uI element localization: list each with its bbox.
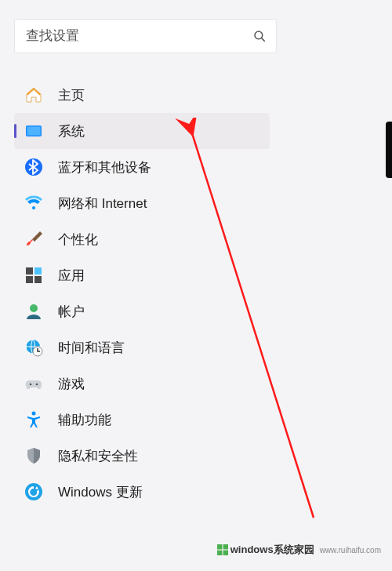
sidebar-label-accounts: 帐户 [58,303,85,321]
svg-point-9 [30,304,38,312]
svg-rect-19 [217,551,222,555]
brush-icon [24,229,44,249]
sidebar-item-accessibility[interactable]: 辅助功能 [14,402,270,438]
svg-point-0 [255,31,263,39]
bluetooth-icon [24,157,44,177]
gamepad-icon [24,373,44,394]
sidebar-item-bluetooth[interactable]: 蓝牙和其他设备 [14,149,270,185]
display-icon [24,121,44,141]
right-edge-notch [386,122,392,178]
sidebar-label-update: Windows 更新 [58,483,143,501]
shield-icon [24,446,44,466]
svg-rect-20 [223,551,227,555]
svg-rect-6 [34,267,42,275]
sidebar-label-home: 主页 [58,86,85,104]
sidebar-item-system[interactable]: 系统 [14,113,270,149]
svg-line-1 [262,38,265,42]
svg-point-12 [30,384,32,386]
svg-rect-5 [26,267,33,275]
svg-rect-3 [27,127,41,136]
sidebar-item-apps[interactable]: 应用 [14,257,270,293]
home-icon [24,85,44,105]
windows-logo-icon [217,544,228,555]
sidebar-label-gaming: 游戏 [58,375,85,393]
watermark-brand: windows系统家园 [230,543,314,557]
sidebar-item-gaming[interactable]: 游戏 [14,366,270,402]
update-icon [24,482,44,502]
svg-rect-8 [34,276,42,283]
sidebar-label-bluetooth: 蓝牙和其他设备 [58,158,151,176]
sidebar-label-privacy: 隐私和安全性 [58,447,138,465]
sidebar-label-network: 网络和 Internet [58,195,147,213]
sidebar-item-time[interactable]: 时间和语言 [14,329,270,366]
sidebar-label-system: 系统 [58,122,85,140]
watermark-domain: www.ruihaifu.com [320,546,381,555]
svg-point-13 [36,384,38,386]
sidebar-label-personalize: 个性化 [58,231,98,249]
search-icon [252,29,267,43]
sidebar-nav: 主页 系统 蓝牙和其他设备 网络和 Internet 个性化 [14,77,270,510]
sidebar-label-apps: 应用 [58,267,85,285]
svg-rect-17 [217,544,222,549]
apps-icon [24,265,44,286]
accessibility-icon [24,409,44,430]
sidebar-label-accessibility: 辅助功能 [58,411,111,429]
sidebar-item-personalize[interactable]: 个性化 [14,221,270,257]
sidebar-item-update[interactable]: Windows 更新 [14,474,270,510]
sidebar-label-time: 时间和语言 [58,339,125,357]
sidebar-item-privacy[interactable]: 隐私和安全性 [14,438,270,474]
sidebar-item-accounts[interactable]: 帐户 [14,293,270,329]
globe-clock-icon [24,337,44,358]
search-input[interactable] [24,27,252,45]
sidebar-item-network[interactable]: 网络和 Internet [14,185,270,221]
svg-point-14 [32,412,36,416]
search-field[interactable] [14,19,277,53]
account-icon [24,301,44,322]
sidebar-item-home[interactable]: 主页 [14,77,270,113]
watermark: windows系统家园 www.ruihaifu.com [217,543,381,557]
svg-rect-18 [223,544,227,549]
svg-rect-7 [26,276,33,283]
svg-point-15 [25,483,42,500]
wifi-icon [24,193,44,213]
